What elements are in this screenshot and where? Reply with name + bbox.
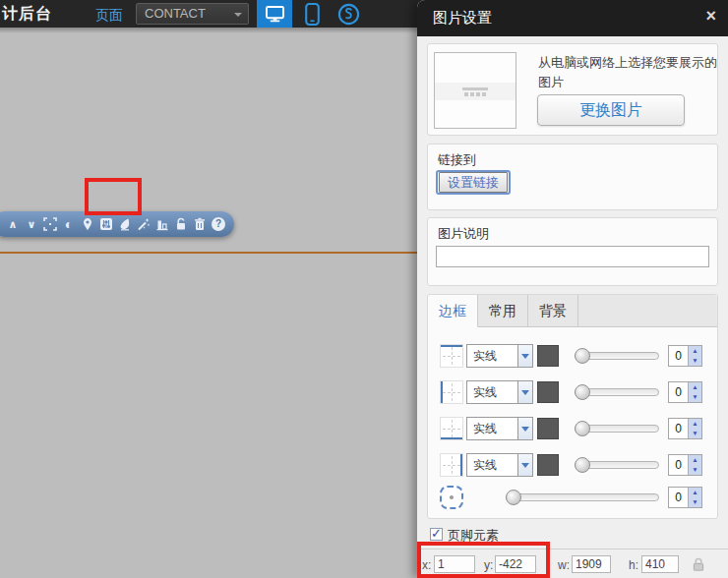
ink-drop-icon[interactable] [118,217,132,231]
set-link-button-label: 设置链接 [439,172,508,193]
mobile-view-button[interactable] [303,3,321,26]
border-color-swatch[interactable] [537,454,559,476]
caption-label: 图片说明 [438,225,489,243]
monitor-icon [266,6,284,23]
share-link-button[interactable] [337,3,360,26]
w-input[interactable] [572,555,611,573]
arrow-up-icon[interactable]: ▲ [689,419,701,429]
image-thumbnail[interactable] [434,52,516,129]
stepper-value[interactable]: 0 [669,455,688,475]
arrow-down-icon[interactable]: ▼ [689,497,701,507]
contrast-icon[interactable]: ◐ [62,217,76,231]
chevron-down-icon[interactable] [517,453,533,477]
border-color-swatch[interactable] [537,418,559,439]
border-radius-stepper: 0 ▲▼ [668,487,702,508]
trash-icon[interactable] [193,217,207,231]
lock-ratio-icon[interactable] [691,556,706,572]
slider-knob[interactable] [575,348,590,364]
stepper-buttons[interactable]: ▲▼ [688,488,701,507]
stepper-value[interactable]: 0 [669,419,688,438]
border-radius-slider[interactable] [506,493,659,501]
slider-knob[interactable] [506,490,521,505]
border-radius-icon[interactable] [440,486,463,509]
chevron-down-icon[interactable] [517,344,533,368]
arrow-up-icon[interactable]: ▲ [689,346,701,356]
border-row-right: 实线 0 ▲▼ [428,453,717,477]
tab-common[interactable]: 常用 [478,295,528,327]
style-tabs: 边框 常用 背景 [428,295,717,327]
tab-background[interactable]: 背景 [528,295,578,327]
tab-border[interactable]: 边框 [428,295,478,327]
help-icon[interactable]: ? [212,217,225,231]
caption-input[interactable] [436,246,709,267]
border-width-stepper: 0 ▲▼ [668,381,702,403]
h-input[interactable] [641,555,679,573]
border-radius-row: 0 ▲▼ [428,486,717,509]
border-width-slider[interactable] [575,425,659,433]
x-input[interactable] [434,555,475,573]
app-title: 计后台 [2,4,52,25]
h-label: h: [629,558,638,572]
set-link-button[interactable]: 设置链接 [436,170,511,195]
arrow-down-icon[interactable]: ▼ [689,356,701,366]
desktop-view-button[interactable] [257,0,292,28]
arrow-down-icon[interactable]: ▼ [689,429,701,438]
arrow-down-icon[interactable]: ▼ [689,392,701,402]
crop-icon[interactable] [43,217,57,231]
chart-icon[interactable] [155,217,169,231]
thumbnail-preview-content [435,83,516,100]
w-label: w: [558,558,570,572]
stepper-buttons[interactable]: ▲▼ [688,382,701,402]
arrow-down-icon[interactable]: ▼ [689,465,701,475]
stepper-value[interactable]: 0 [669,346,688,366]
stepper-buttons[interactable]: ▲▼ [688,455,701,475]
move-down-icon[interactable]: ∨ [25,217,38,231]
upload-description: 从电脑或网络上选择您要展示的图片 [538,53,717,92]
link-section: 链接到 设置链接 [427,144,718,210]
stepper-value[interactable]: 0 [669,382,688,402]
border-color-swatch[interactable] [537,381,559,403]
arrow-up-icon[interactable]: ▲ [689,382,701,392]
position-bar: x: y: w: h: [417,549,728,578]
pin-icon[interactable] [81,217,94,231]
border-left-icon[interactable] [440,380,463,404]
line-style-select[interactable]: 实线 [466,344,517,368]
border-bottom-icon[interactable] [440,417,463,440]
chevron-down-icon[interactable] [517,380,533,404]
y-input[interactable] [495,555,536,573]
change-image-button[interactable]: 更换图片 [537,94,685,126]
border-row-left: 实线 0 ▲▼ [428,380,717,404]
unlock-icon[interactable] [174,217,188,231]
stepper-value[interactable]: 0 [669,488,688,507]
arrow-up-icon[interactable]: ▲ [689,455,701,465]
stepper-buttons[interactable]: ▲▼ [688,346,701,366]
slider-knob[interactable] [575,384,590,400]
border-width-stepper: 0 ▲▼ [668,418,702,439]
border-width-stepper: 0 ▲▼ [668,345,702,367]
page-selector-value: CONTACT [145,6,206,21]
move-up-icon[interactable]: ∧ [6,217,20,231]
arrow-up-icon[interactable]: ▲ [689,488,701,497]
line-style-select[interactable]: 实线 [466,453,517,477]
footer-element-checkbox[interactable] [430,528,443,541]
footer-element-label: 页脚元素 [448,527,499,545]
close-icon[interactable]: × [705,6,716,27]
magic-wand-icon[interactable] [137,217,151,231]
slider-knob[interactable] [575,421,590,436]
border-row-bottom: 实线 0 ▲▼ [428,417,717,440]
stepper-buttons[interactable]: ▲▼ [688,419,701,438]
border-color-swatch[interactable] [537,345,559,367]
page-menu-label[interactable]: 页面 [95,7,123,25]
border-width-slider[interactable] [575,461,659,469]
border-top-icon[interactable] [440,344,463,368]
border-right-icon[interactable] [440,453,463,477]
chevron-down-icon[interactable] [517,417,533,440]
slider-knob[interactable] [575,457,590,473]
filters-icon[interactable] [99,217,113,231]
panel-title: 图片设置 [433,9,492,28]
line-style-select[interactable]: 实线 [466,380,517,404]
line-style-select[interactable]: 实线 [466,417,517,440]
page-selector-dropdown[interactable]: CONTACT [136,3,249,25]
border-width-slider[interactable] [575,352,659,360]
border-width-slider[interactable] [575,388,659,396]
